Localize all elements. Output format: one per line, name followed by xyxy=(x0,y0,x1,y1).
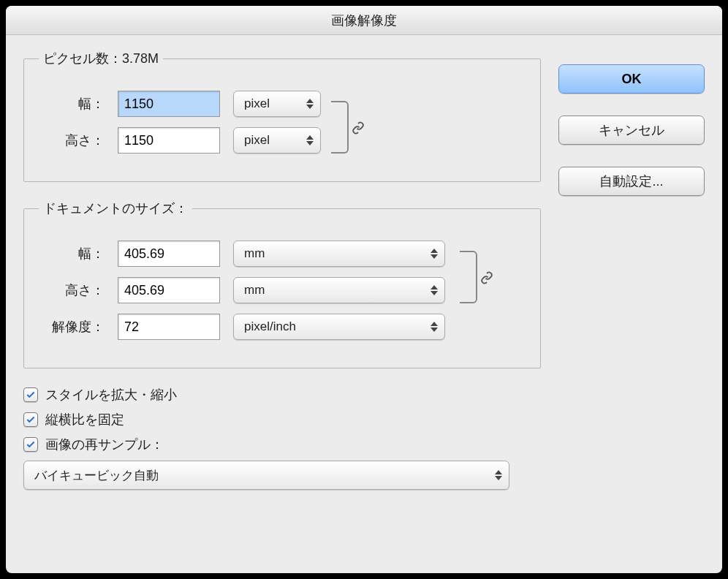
resample-method-select[interactable]: バイキュービック自動 xyxy=(23,461,509,490)
link-icon[interactable] xyxy=(352,121,365,135)
pixel-width-unit-select[interactable]: pixel xyxy=(233,91,321,117)
chevron-updown-icon xyxy=(494,469,503,482)
constrain-row: 縦横比を固定 xyxy=(23,411,541,428)
constrain-checkbox[interactable] xyxy=(23,412,38,427)
chevron-updown-icon xyxy=(430,284,439,297)
chevron-updown-icon xyxy=(306,97,314,110)
scale-styles-label: スタイルを拡大・縮小 xyxy=(45,386,177,404)
doc-height-unit-value: mm xyxy=(244,283,265,298)
pixel-height-unit-value: pixel xyxy=(244,133,270,148)
resample-row: 画像の再サンプル： xyxy=(23,436,541,453)
resample-checkbox[interactable] xyxy=(23,437,38,452)
doc-resolution-row: 解像度： pixel/inch xyxy=(39,314,482,340)
pixel-legend-prefix: ピクセル数： xyxy=(43,51,122,66)
doc-width-label: 幅： xyxy=(39,245,105,262)
auto-button[interactable]: 自動設定... xyxy=(558,167,705,196)
resample-method-value: バイキュービック自動 xyxy=(34,467,159,484)
doc-width-row: 幅： mm xyxy=(39,241,482,267)
doc-resolution-input[interactable] xyxy=(118,314,220,340)
scale-styles-checkbox[interactable] xyxy=(23,387,38,402)
doc-height-label: 高さ： xyxy=(39,281,105,299)
document-size-legend: ドキュメントのサイズ： xyxy=(39,200,192,217)
ok-button[interactable]: OK xyxy=(558,64,705,94)
dialog-content: ピクセル数：3.78M 幅： pixel 高さ： pixel xyxy=(6,35,722,504)
dialog-titlebar: 画像解像度 xyxy=(6,6,722,35)
side-column: OK キャンセル 自動設定... xyxy=(558,50,705,490)
chevron-updown-icon xyxy=(306,134,314,147)
cancel-button[interactable]: キャンセル xyxy=(558,116,705,145)
doc-width-unit-select[interactable]: mm xyxy=(233,241,445,267)
pixel-height-unit-select[interactable]: pixel xyxy=(233,127,321,154)
doc-resolution-unit-value: pixel/inch xyxy=(244,319,296,334)
auto-button-label: 自動設定... xyxy=(599,173,663,190)
pixel-height-input[interactable] xyxy=(118,127,220,154)
pixel-dimensions-group: ピクセル数：3.78M 幅： pixel 高さ： pixel xyxy=(23,50,541,182)
pixel-width-label: 幅： xyxy=(39,95,105,113)
pixel-width-input[interactable] xyxy=(118,91,220,117)
pixel-size-text: 3.78M xyxy=(122,51,159,66)
link-icon[interactable] xyxy=(480,271,493,284)
pixel-width-unit-value: pixel xyxy=(244,96,270,111)
ok-button-label: OK xyxy=(622,72,642,87)
main-column: ピクセル数：3.78M 幅： pixel 高さ： pixel xyxy=(23,50,541,490)
doc-width-input[interactable] xyxy=(118,241,220,267)
constrain-label: 縦横比を固定 xyxy=(45,411,124,428)
chevron-updown-icon xyxy=(430,247,439,260)
dialog-title: 画像解像度 xyxy=(331,13,397,28)
resample-label: 画像の再サンプル： xyxy=(45,436,164,453)
chevron-updown-icon xyxy=(430,320,439,333)
pixel-height-row: 高さ： pixel xyxy=(39,127,467,154)
document-size-group: ドキュメントのサイズ： 幅： mm 高さ： mm xyxy=(23,200,541,368)
doc-height-unit-select[interactable]: mm xyxy=(233,277,445,303)
pixel-dimensions-legend: ピクセル数：3.78M xyxy=(39,50,163,67)
doc-width-unit-value: mm xyxy=(244,246,265,261)
doc-height-input[interactable] xyxy=(118,277,220,303)
doc-resolution-label: 解像度： xyxy=(39,318,105,336)
doc-resolution-unit-select[interactable]: pixel/inch xyxy=(233,314,445,340)
pixel-width-row: 幅： pixel xyxy=(39,91,467,117)
pixel-link-bracket xyxy=(331,101,349,154)
pixel-height-label: 高さ： xyxy=(39,132,105,149)
cancel-button-label: キャンセル xyxy=(599,121,664,139)
doc-link-bracket xyxy=(460,251,477,303)
image-size-dialog: 画像解像度 ピクセル数：3.78M 幅： pixel 高さ： xyxy=(6,6,722,573)
scale-styles-row: スタイルを拡大・縮小 xyxy=(23,386,541,404)
doc-height-row: 高さ： mm xyxy=(39,277,482,303)
